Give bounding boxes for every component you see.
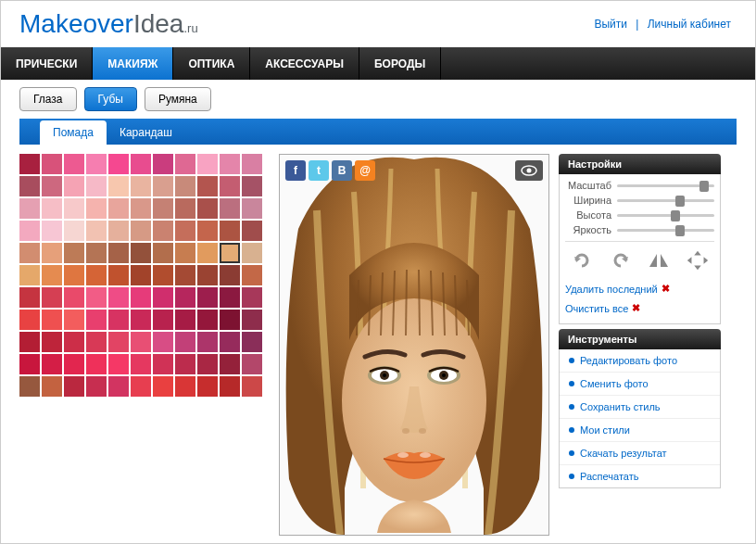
color-swatch[interactable] — [175, 265, 195, 285]
color-swatch[interactable] — [220, 354, 240, 374]
tabstrip-1[interactable]: Карандаш — [107, 120, 185, 145]
color-swatch[interactable] — [242, 287, 262, 308]
color-swatch[interactable] — [86, 310, 107, 330]
color-swatch[interactable] — [131, 221, 151, 241]
color-swatch[interactable] — [64, 287, 84, 308]
color-swatch[interactable] — [175, 332, 195, 352]
color-swatch[interactable] — [42, 354, 62, 374]
color-swatch[interactable] — [19, 310, 40, 330]
color-swatch[interactable] — [86, 243, 107, 263]
color-swatch[interactable] — [86, 287, 107, 308]
subnav-btn-2[interactable]: Румяна — [145, 87, 211, 111]
color-swatch[interactable] — [175, 354, 195, 374]
color-swatch[interactable] — [175, 154, 195, 174]
color-swatch[interactable] — [131, 354, 151, 374]
color-swatch[interactable] — [242, 243, 262, 263]
logout-link[interactable]: Выйти — [594, 18, 627, 31]
color-swatch[interactable] — [64, 310, 84, 330]
color-swatch[interactable] — [197, 243, 218, 263]
color-swatch[interactable] — [86, 198, 107, 219]
color-swatch[interactable] — [86, 265, 107, 285]
color-swatch[interactable] — [108, 354, 129, 374]
nav-tab-2[interactable]: ОПТИКА — [173, 47, 250, 80]
color-swatch[interactable] — [108, 310, 129, 330]
color-swatch[interactable] — [64, 332, 84, 352]
tool-link[interactable]: Скачать результат — [560, 442, 720, 465]
color-swatch[interactable] — [131, 265, 151, 285]
color-swatch[interactable] — [220, 176, 240, 196]
logo[interactable]: MakeoverIdea.ru — [19, 9, 198, 39]
color-swatch[interactable] — [108, 243, 129, 263]
color-swatch[interactable] — [64, 176, 84, 196]
color-swatch[interactable] — [86, 221, 107, 241]
color-swatch[interactable] — [108, 265, 129, 285]
color-swatch[interactable] — [42, 332, 62, 352]
color-swatch[interactable] — [242, 332, 262, 352]
color-swatch[interactable] — [220, 332, 240, 352]
slider[interactable] — [617, 196, 714, 205]
nav-tab-4[interactable]: БОРОДЫ — [359, 47, 441, 80]
color-swatch[interactable] — [220, 376, 240, 397]
color-swatch[interactable] — [108, 198, 129, 219]
color-swatch[interactable] — [131, 176, 151, 196]
color-swatch[interactable] — [19, 376, 40, 397]
color-swatch[interactable] — [153, 221, 173, 241]
color-swatch[interactable] — [242, 154, 262, 174]
move-arrows[interactable] — [685, 249, 711, 272]
color-swatch[interactable] — [175, 287, 195, 308]
color-swatch[interactable] — [42, 376, 62, 397]
color-swatch[interactable] — [42, 198, 62, 219]
color-swatch[interactable] — [197, 354, 218, 374]
color-swatch[interactable] — [153, 176, 173, 196]
color-swatch[interactable] — [131, 332, 151, 352]
subnav-btn-1[interactable]: Губы — [84, 87, 137, 111]
twitter-icon[interactable]: t — [309, 160, 329, 181]
color-swatch[interactable] — [153, 287, 173, 308]
color-swatch[interactable] — [131, 287, 151, 308]
tabstrip-0[interactable]: Помада — [40, 120, 107, 145]
tool-link[interactable]: Сохранить стиль — [560, 396, 720, 419]
slider[interactable] — [617, 225, 714, 234]
color-swatch[interactable] — [86, 154, 107, 174]
undo-icon[interactable] — [569, 249, 595, 272]
color-swatch[interactable] — [131, 243, 151, 263]
color-swatch[interactable] — [108, 376, 129, 397]
color-swatch[interactable] — [108, 154, 129, 174]
color-swatch[interactable] — [197, 287, 218, 308]
color-swatch[interactable] — [19, 354, 40, 374]
tool-link[interactable]: Сменить фото — [560, 373, 720, 396]
nav-tab-3[interactable]: АКСЕССУАРЫ — [250, 47, 359, 80]
color-swatch[interactable] — [108, 332, 129, 352]
clear-all-link[interactable]: Очистить все ✖ — [565, 298, 714, 318]
color-swatch[interactable] — [86, 176, 107, 196]
color-swatch[interactable] — [197, 332, 218, 352]
tool-link[interactable]: Редактировать фото — [560, 349, 720, 373]
color-swatch[interactable] — [42, 176, 62, 196]
color-swatch[interactable] — [153, 265, 173, 285]
slider[interactable] — [617, 181, 714, 190]
color-swatch[interactable] — [19, 198, 40, 219]
color-swatch[interactable] — [242, 354, 262, 374]
color-swatch[interactable] — [153, 376, 173, 397]
color-swatch[interactable] — [153, 243, 173, 263]
account-link[interactable]: Личный кабинет — [648, 18, 731, 31]
color-swatch[interactable] — [220, 310, 240, 330]
mailru-icon[interactable]: @ — [355, 160, 375, 181]
color-swatch[interactable] — [64, 265, 84, 285]
flip-icon[interactable] — [646, 249, 672, 272]
color-swatch[interactable] — [175, 243, 195, 263]
color-swatch[interactable] — [42, 265, 62, 285]
color-swatch[interactable] — [64, 154, 84, 174]
color-swatch[interactable] — [108, 176, 129, 196]
color-swatch[interactable] — [153, 198, 173, 219]
color-swatch[interactable] — [220, 243, 240, 263]
color-swatch[interactable] — [220, 198, 240, 219]
color-swatch[interactable] — [131, 376, 151, 397]
color-swatch[interactable] — [131, 198, 151, 219]
color-swatch[interactable] — [153, 310, 173, 330]
color-swatch[interactable] — [242, 310, 262, 330]
color-swatch[interactable] — [175, 310, 195, 330]
color-swatch[interactable] — [220, 154, 240, 174]
color-swatch[interactable] — [42, 310, 62, 330]
color-swatch[interactable] — [197, 154, 218, 174]
